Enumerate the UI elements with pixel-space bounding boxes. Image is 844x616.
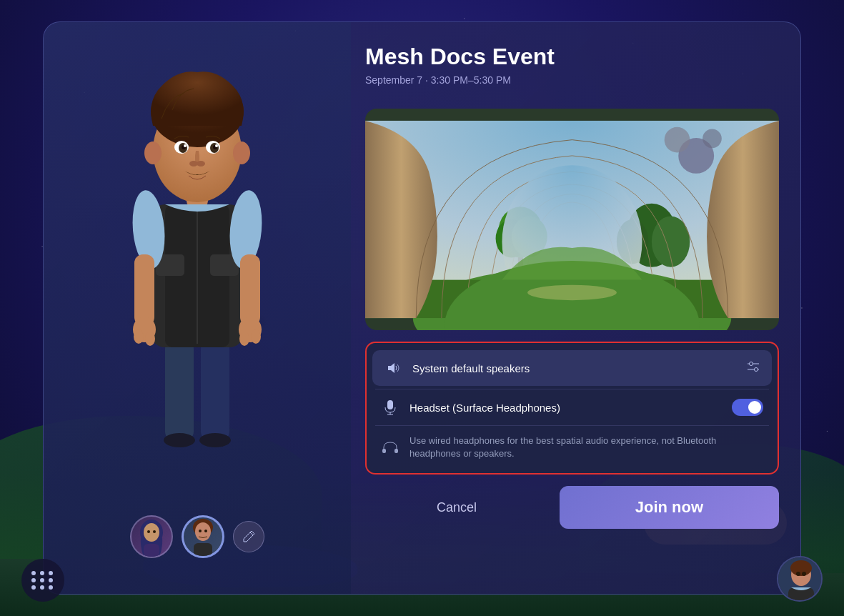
- audio-hint-text: Use wired headphones for the best spatia…: [409, 434, 763, 460]
- svg-rect-2: [201, 340, 229, 440]
- event-scene-svg: [365, 109, 779, 330]
- svg-point-73: [750, 362, 753, 366]
- audio-settings-button[interactable]: [746, 359, 760, 377]
- svg-point-18: [239, 332, 249, 346]
- svg-point-34: [197, 161, 205, 167]
- microphone-icon: [381, 398, 399, 417]
- dot: [40, 578, 44, 582]
- svg-point-85: [802, 572, 806, 576]
- svg-point-42: [199, 530, 202, 532]
- svg-point-41: [195, 522, 211, 541]
- avatar-thumb-2[interactable]: [182, 515, 224, 558]
- avatar-figure: [83, 22, 312, 487]
- avatar-3d: [90, 33, 304, 476]
- avatar-section: [44, 22, 351, 594]
- dot: [31, 578, 36, 582]
- main-panel: Mesh Docs Event September 7 · 3:30 PM–5:…: [43, 21, 801, 595]
- svg-point-71: [527, 285, 617, 300]
- svg-point-17: [145, 332, 155, 346]
- svg-rect-13: [240, 254, 260, 326]
- speakers-row: System default speakers: [372, 350, 772, 386]
- event-area: Mesh Docs Event September 7 · 3:30 PM–5:…: [365, 44, 779, 97]
- apps-button[interactable]: [21, 559, 64, 602]
- svg-point-38: [153, 530, 156, 533]
- event-image: [365, 109, 779, 330]
- dot: [31, 571, 36, 575]
- buttons-row: Cancel Join now: [365, 486, 779, 529]
- event-title: Mesh Docs Event: [365, 44, 779, 70]
- svg-point-4: [199, 433, 231, 447]
- edit-avatar-button[interactable]: [233, 521, 264, 552]
- headset-row: Headset (Surface Headphones): [369, 389, 775, 425]
- svg-point-43: [204, 530, 207, 532]
- svg-point-19: [251, 329, 261, 344]
- svg-point-69: [665, 127, 690, 153]
- audio-panel: System default speakers: [365, 342, 779, 475]
- svg-point-36: [144, 523, 159, 542]
- cancel-button[interactable]: Cancel: [365, 486, 548, 529]
- svg-point-24: [233, 141, 250, 164]
- svg-point-75: [755, 368, 758, 372]
- dot: [49, 585, 53, 590]
- svg-rect-79: [382, 449, 386, 453]
- apps-grid-icon: [31, 571, 54, 590]
- speaker-icon: [384, 359, 402, 377]
- avatar-thumb-1[interactable]: [130, 515, 173, 558]
- svg-point-83: [790, 560, 812, 576]
- speakers-label: System default speakers: [412, 362, 736, 374]
- dot: [49, 578, 53, 582]
- audio-hint-row: Use wired headphones for the best spatia…: [369, 426, 775, 469]
- dot: [31, 585, 36, 590]
- dot: [49, 571, 53, 575]
- svg-line-45: [250, 532, 253, 535]
- event-datetime: September 7 · 3:30 PM–5:30 PM: [365, 74, 779, 86]
- right-section: Mesh Docs Event September 7 · 3:30 PM–5:…: [351, 22, 800, 594]
- svg-point-84: [796, 572, 800, 576]
- svg-rect-44: [194, 543, 212, 556]
- svg-point-16: [134, 329, 144, 344]
- user-avatar-taskbar[interactable]: [777, 556, 823, 602]
- svg-point-31: [184, 144, 187, 147]
- svg-point-32: [215, 144, 218, 147]
- headphones-info-icon: [381, 438, 399, 457]
- svg-rect-80: [394, 449, 398, 453]
- svg-rect-12: [134, 254, 154, 326]
- svg-point-23: [144, 141, 162, 164]
- svg-point-37: [147, 530, 150, 533]
- svg-point-3: [164, 433, 195, 447]
- dot: [40, 571, 44, 575]
- avatar-thumbnails: [130, 515, 264, 558]
- dot: [40, 585, 44, 590]
- headset-toggle[interactable]: [732, 399, 763, 416]
- join-now-button[interactable]: Join now: [560, 486, 779, 529]
- headset-label: Headset (Surface Headphones): [409, 402, 722, 414]
- svg-rect-1: [165, 340, 194, 440]
- svg-point-70: [702, 129, 722, 149]
- svg-rect-39: [144, 544, 159, 557]
- svg-rect-76: [387, 400, 393, 409]
